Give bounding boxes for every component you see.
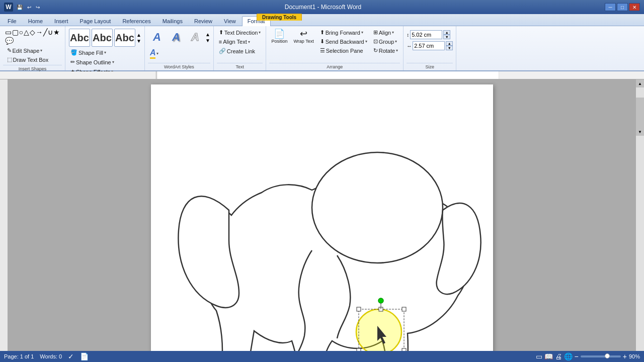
width-field[interactable]: 2.57 cm [413,41,445,50]
width-up[interactable]: ▲ [446,41,453,46]
insert-shapes-label: Insert Shapes [3,65,62,71]
shape-styles-up[interactable]: ▲ [136,32,141,38]
shape-fill-button[interactable]: 🪣 Shape Fill ▾ [68,48,141,57]
triangle-shape[interactable]: △ [24,28,29,36]
tab-file[interactable]: File [2,16,22,26]
zoom-out-button[interactable]: − [575,352,579,360]
width-down[interactable]: ▼ [446,46,453,50]
wordart-content: A A A ▲ ▼ A ▾ [148,28,210,62]
edit-shape-button[interactable]: ✎ Edit Shape ▾ [5,46,45,55]
shape-outline-button[interactable]: ✏ Shape Outline ▾ [68,58,141,66]
group-button[interactable]: ⊡ Group ▾ [371,37,400,46]
shape-styles-down[interactable]: ▼ [136,38,141,44]
position-button[interactable]: 📄 Position [269,28,289,45]
circle-shape[interactable]: ○ [19,28,23,36]
tab-mailings[interactable]: Mailings [157,16,188,26]
wordart-plain[interactable]: A [148,28,166,46]
star-shape[interactable]: ★ [53,28,60,36]
rotate-dropdown[interactable]: ▾ [396,48,398,53]
bring-forward-dropdown[interactable]: ▾ [361,30,363,35]
shape-fill-dropdown[interactable]: ▾ [104,50,106,55]
text-direction-icon: ⬆ [219,29,223,36]
status-bar: Page: 1 of 1 Words: 0 ✓ 📄 ▭ 📖 🖨 🌐 − + 90… [0,351,644,362]
rect-shape[interactable]: ▭ [5,28,12,36]
scroll-track[interactable] [636,98,644,128]
horizontal-ruler [0,71,644,79]
insert-shapes-group: ▭ ▢ ○ △ ◇ → ╱ ∪ ★ 💬 ✎ Edit Shape ▾ [0,26,65,70]
restore-button[interactable]: □ [617,3,628,11]
scroll-thumb[interactable] [636,98,644,128]
title-bar-left: W 💾 ↩ ↪ [4,3,41,12]
bring-forward-button[interactable]: ⬆ Bring Forward ▾ [318,28,369,37]
wordart-down[interactable]: ▼ [205,38,210,43]
draw-text-box-button[interactable]: ⬚ Draw Text Box [5,55,60,64]
abc-style-1[interactable]: Abc [69,29,90,47]
undo-quick-btn[interactable]: ↩ [26,4,33,11]
text-fill-button[interactable]: A ▾ [148,47,210,60]
edit-shape-dropdown[interactable]: ▾ [40,48,42,53]
height-up[interactable]: ▲ [443,30,450,35]
selection-pane-button[interactable]: ☰ Selection Pane [318,46,369,55]
right-scrollbar[interactable]: ▲ ▼ [636,79,644,351]
align-button[interactable]: ⊞ Align ▾ [371,28,400,37]
word-logo: W [4,3,13,12]
redo-quick-btn[interactable]: ↪ [34,4,41,11]
abc-style-2[interactable]: Abc [92,29,113,47]
rotate-icon: ↻ [373,47,378,54]
scroll-up[interactable]: ▲ [636,79,644,87]
abc-style-3[interactable]: Abc [114,29,135,47]
group-dropdown[interactable]: ▾ [395,39,397,44]
diamond-shape[interactable]: ◇ [30,28,35,36]
create-link-icon: 🔗 [219,48,226,54]
view-normal[interactable]: ▭ [536,352,542,360]
proofing-icon[interactable]: ✓ [68,352,74,360]
line-shape[interactable]: ╱ [43,28,47,36]
wordart-outline[interactable]: A [186,28,204,46]
scroll-down[interactable]: ▼ [636,128,644,136]
insert-shapes-content: ▭ ▢ ○ △ ◇ → ╱ ∪ ★ 💬 ✎ Edit Shape ▾ [5,28,60,64]
shape-outline-dropdown[interactable]: ▾ [112,60,114,64]
curve-shape[interactable]: ∪ [48,28,53,36]
zoom-in-button[interactable]: + [623,352,627,360]
view-print[interactable]: 🖨 [555,352,562,360]
send-backward-dropdown[interactable]: ▾ [365,39,367,44]
text-content: ⬆ Text Direction ▾ ≡ Align Text ▾ 🔗 Crea… [217,28,263,62]
tab-references[interactable]: References [117,16,156,26]
text-fill-dropdown[interactable]: ▾ [156,51,158,56]
tab-review[interactable]: Review [189,16,218,26]
svg-rect-13 [402,348,406,351]
tab-page-layout[interactable]: Page Layout [74,16,117,26]
page-view-icon[interactable]: 📄 [80,352,89,360]
height-field[interactable]: 5.02 cm [410,30,442,39]
rounded-rect-shape[interactable]: ▢ [12,28,19,36]
minimize-button[interactable]: ─ [605,3,616,11]
align-dropdown[interactable]: ▾ [392,30,394,35]
text-direction-button[interactable]: ⬆ Text Direction ▾ [217,28,263,37]
zoom-slider[interactable] [581,355,621,357]
close-button[interactable]: ✕ [629,3,640,11]
view-reader[interactable]: 📖 [544,352,553,360]
align-text-dropdown[interactable]: ▾ [248,40,250,44]
callout-shape[interactable]: 💬 [5,37,14,45]
group-icon: ⊡ [373,38,378,45]
save-quick-btn[interactable]: 💾 [15,4,24,11]
align-text-button[interactable]: ≡ Align Text ▾ [217,38,263,46]
wordart-styles-group: A A A ▲ ▼ A ▾ WordArt Styles [145,26,214,70]
send-backward-button[interactable]: ⬇ Send Backward ▾ [318,37,369,46]
size-content: ↕ 5.02 cm ▲ ▼ ↔ 2.57 cm ▲ [407,28,453,62]
wordart-up[interactable]: ▲ [205,32,210,37]
view-web[interactable]: 🌐 [564,352,573,360]
text-direction-dropdown[interactable]: ▾ [259,30,261,35]
create-link-button[interactable]: 🔗 Create Link [217,47,263,55]
tab-insert[interactable]: Insert [49,16,74,26]
tab-view[interactable]: View [218,16,242,26]
wordart-shadow[interactable]: A [167,28,185,46]
arrow-shape[interactable]: → [36,28,43,36]
rotate-button[interactable]: ↻ Rotate ▾ [371,46,400,55]
page-info: Page: 1 of 1 [4,353,34,359]
wrap-text-button[interactable]: ↩ Wrap Text [291,28,315,45]
zoom-thumb[interactable] [605,353,610,358]
tab-home[interactable]: Home [23,16,48,26]
width-label: ↔ [407,43,412,49]
height-down[interactable]: ▼ [443,35,450,39]
